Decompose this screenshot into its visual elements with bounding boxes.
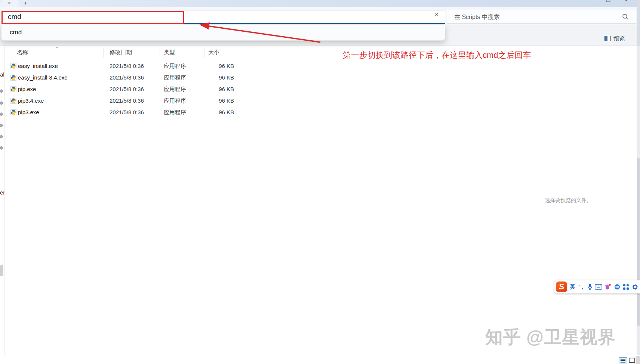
- file-type: 应用程序: [164, 63, 186, 70]
- pin-icon: [0, 89, 3, 94]
- column-divider[interactable]: [103, 48, 104, 58]
- tab-bar: × + ❐ ×: [0, 0, 640, 7]
- file-type: 应用程序: [164, 86, 186, 93]
- file-date: 2021/5/8 0:36: [110, 86, 144, 92]
- watermark: 知乎 @卫星视界: [485, 326, 616, 349]
- microphone-icon[interactable]: [587, 280, 593, 293]
- pin-icon: [0, 101, 3, 106]
- maximize-icon[interactable]: ❐: [606, 0, 610, 3]
- file-row[interactable]: pip3.4.exe2021/5/8 0:36应用程序96 KB: [4, 95, 500, 107]
- file-type: 应用程序: [164, 97, 186, 105]
- address-clear-icon[interactable]: ×: [433, 10, 441, 19]
- python-file-icon: [10, 63, 16, 69]
- file-name: pip3.4.exe: [18, 97, 44, 104]
- file-row[interactable]: pip.exe2021/5/8 0:36应用程序96 KB: [4, 84, 500, 95]
- file-row[interactable]: pip3.exe2021/5/8 0:36应用程序96 KB: [4, 107, 500, 118]
- file-date: 2021/5/8 0:36: [110, 97, 144, 104]
- python-file-icon: [10, 109, 16, 115]
- column-header-size[interactable]: 大小: [208, 49, 219, 56]
- file-name: easy_install-3.4.exe: [18, 74, 68, 81]
- python-file-icon: [10, 86, 16, 92]
- large-icons-view-icon[interactable]: [629, 358, 635, 363]
- address-bar-value: cmd: [8, 13, 21, 21]
- file-date: 2021/5/8 0:36: [110, 74, 144, 81]
- apps-grid-icon[interactable]: [623, 280, 629, 293]
- pin-icon: [0, 134, 3, 140]
- file-row[interactable]: easy_install.exe2021/5/8 0:36应用程序96 KB: [4, 60, 500, 72]
- ime-language-mode[interactable]: 英: [570, 280, 575, 293]
- address-bar-input[interactable]: cmd: [2, 10, 445, 24]
- skin-theme-icon[interactable]: [604, 280, 611, 293]
- split-pane-icon: [604, 36, 611, 41]
- nav-divider-line: [0, 82, 3, 82]
- file-date: 2021/5/8 0:36: [110, 109, 144, 115]
- file-size: 96 KB: [194, 109, 234, 115]
- file-size: 96 KB: [194, 63, 234, 69]
- sort-ascending-icon: ^: [56, 46, 58, 50]
- file-size: 96 KB: [194, 86, 234, 92]
- file-name: pip3.exe: [18, 109, 39, 115]
- nav-item-fragment-top[interactable]: al: [0, 71, 4, 78]
- settings-gear-icon[interactable]: [632, 280, 638, 293]
- scrollbar-thumb[interactable]: [637, 158, 640, 326]
- details-view-icon[interactable]: [619, 357, 627, 364]
- window-corner: [636, 356, 640, 364]
- main-content: al er 名称 ^ 修改日期 类型 大小 easy_install.exe20…: [0, 46, 640, 355]
- window-edge: [637, 0, 640, 46]
- python-file-icon: [10, 98, 16, 104]
- ime-toolbar: S 英 ’，: [554, 280, 640, 293]
- new-tab-icon[interactable]: +: [24, 0, 27, 6]
- search-placeholder: 在 Scripts 中搜索: [454, 13, 500, 21]
- file-size: 96 KB: [194, 74, 234, 81]
- preview-toggle-label: 预览: [613, 35, 625, 42]
- file-type: 应用程序: [164, 109, 186, 116]
- preview-pane-toggle[interactable]: 预览: [604, 34, 625, 43]
- column-header-type[interactable]: 类型: [164, 49, 175, 56]
- file-explorer-window: × + ❐ × cmd × 在 Scripts 中搜索 预览 cmd al: [0, 0, 640, 364]
- column-divider[interactable]: [160, 48, 160, 58]
- sogou-logo-icon[interactable]: S: [556, 281, 567, 292]
- status-bar: [0, 355, 640, 364]
- ime-punctuation-mode[interactable]: ’，: [578, 280, 585, 293]
- nav-item-fragment-bottom[interactable]: er: [0, 189, 4, 196]
- file-name: easy_install.exe: [18, 63, 58, 69]
- address-row: cmd × 在 Scripts 中搜索: [0, 7, 640, 25]
- column-divider[interactable]: [236, 48, 236, 58]
- file-name: pip.exe: [18, 86, 36, 92]
- file-date: 2021/5/8 0:36: [110, 63, 144, 69]
- column-header-name[interactable]: 名称: [17, 49, 28, 56]
- preview-pane-hint: 选择要预览的文件。: [500, 197, 637, 204]
- annotation-step-text: 第一步切换到该路径下后，在这里输入cmd之后回车: [343, 50, 531, 61]
- nav-scrollbar-thumb[interactable]: [0, 265, 3, 276]
- suggestion-item-cmd[interactable]: cmd: [1, 25, 445, 40]
- pin-icon: [0, 123, 3, 128]
- search-input[interactable]: 在 Scripts 中搜索: [447, 10, 636, 24]
- close-window-icon[interactable]: ×: [625, 0, 628, 3]
- close-tab-icon[interactable]: ×: [8, 0, 11, 6]
- file-row[interactable]: easy_install-3.4.exe2021/5/8 0:36应用程序96 …: [4, 72, 500, 84]
- file-type: 应用程序: [164, 74, 186, 81]
- address-suggestion-dropdown: cmd: [1, 25, 445, 41]
- python-file-icon: [10, 75, 16, 81]
- pin-icon: [0, 112, 3, 117]
- column-header-date[interactable]: 修改日期: [110, 49, 132, 56]
- robot-assistant-icon[interactable]: [614, 280, 620, 293]
- file-size: 96 KB: [194, 97, 234, 104]
- column-divider[interactable]: [204, 48, 205, 58]
- keyboard-icon[interactable]: [595, 280, 602, 293]
- search-icon[interactable]: [622, 13, 629, 20]
- pin-icon: [0, 146, 3, 151]
